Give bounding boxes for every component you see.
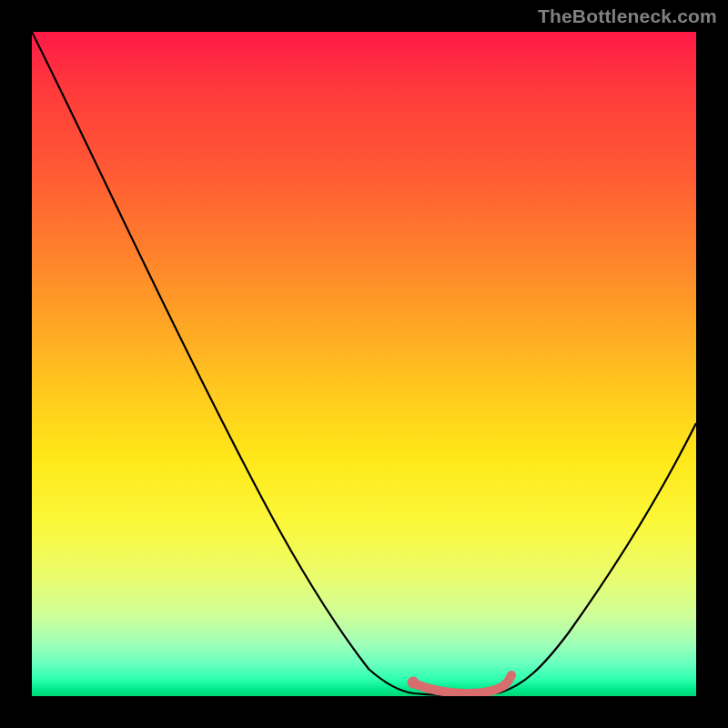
watermark-text: TheBottleneck.com [538, 5, 717, 27]
optimal-range-marker [32, 32, 696, 696]
chart-container: TheBottleneck.com [0, 0, 728, 728]
marker-path [416, 675, 511, 693]
marker-start-dot [408, 677, 420, 689]
plot-area [32, 32, 696, 696]
